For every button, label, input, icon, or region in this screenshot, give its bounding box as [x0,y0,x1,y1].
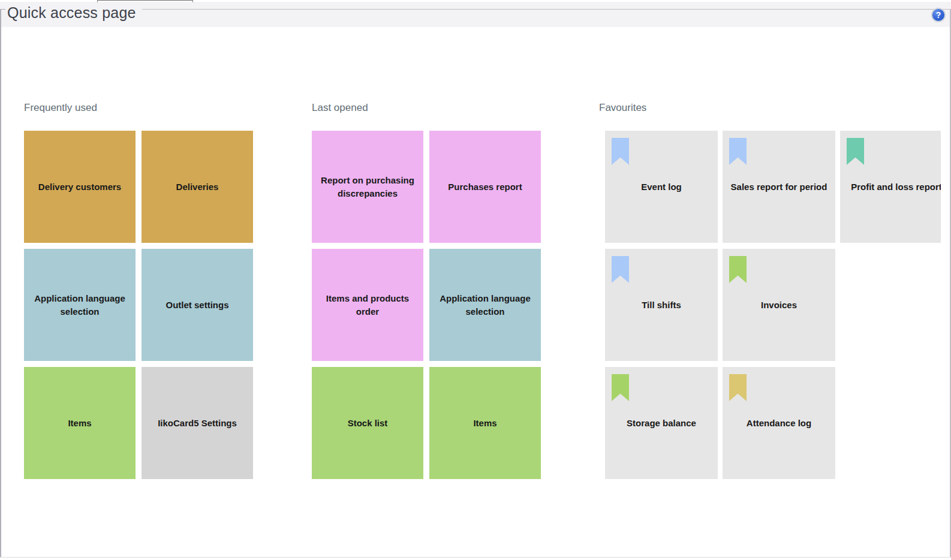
tile-items-and-products-order[interactable]: Items and products order [312,249,423,361]
tile-label: Storage balance [627,417,696,430]
tile-application-language-selection[interactable]: Application language selection [24,249,136,361]
tile-row: Application language selection Outlet se… [24,249,253,361]
tile-items[interactable]: Items [24,367,136,479]
tile-label: IikoCard5 Settings [158,417,237,430]
tile-invoices[interactable]: Invoices [723,249,835,361]
tile-label: Purchases report [448,180,522,194]
tile-stock-list[interactable]: Stock list [312,367,423,479]
tile-iikocard5-settings[interactable]: IikoCard5 Settings [142,367,253,479]
bookmark-icon [612,138,629,165]
groupbox-border [0,9,1,557]
tile-row: Items and products order Application lan… [312,249,541,361]
tile-label: Profit and loss report [851,180,941,194]
tile-deliveries[interactable]: Deliveries [142,131,253,243]
tile-label: Delivery customers [38,180,121,194]
tile-attendance-log[interactable]: Attendance log [723,367,835,479]
tile-label: Report on purchasing discrepancies [320,174,415,200]
last-opened-grid: Report on purchasing discrepancies Purch… [312,131,541,485]
section-header-favourites: Favourites [599,102,646,114]
tile-report-on-purchasing-discrepancies[interactable]: Report on purchasing discrepancies [312,131,423,243]
groupbox-border [0,557,951,558]
tile-label: Sales report for period [731,180,827,194]
tile-application-language-selection[interactable]: Application language selection [429,249,541,361]
page-title: Quick access page [7,4,136,22]
tile-label: Items [68,417,91,430]
tile-label: Outlet settings [165,299,228,312]
section-header-last-opened: Last opened [312,102,368,114]
tile-items[interactable]: Items [429,367,541,479]
bookmark-icon [847,138,864,165]
section-header-frequently-used: Frequently used [24,102,97,114]
tile-label: Items and products order [320,292,415,318]
groupbox-border [142,9,950,10]
tile-label: Attendance log [747,417,811,430]
tile-row: Stock list Items [312,367,541,479]
tile-label: Application language selection [438,292,532,318]
tile-outlet-settings[interactable]: Outlet settings [142,249,253,361]
tile-profit-and-loss-report[interactable]: Profit and loss report [840,131,941,243]
tile-delivery-customers[interactable]: Delivery customers [24,131,136,243]
tile-purchases-report[interactable]: Purchases report [429,131,541,243]
tile-label: Items [473,417,496,430]
tile-sales-report-for-period[interactable]: Sales report for period [723,131,835,243]
tile-label: Till shifts [642,299,681,312]
help-icon[interactable]: ? [931,8,946,22]
tile-row: Event log Sales report for period Profit… [605,131,941,243]
bookmark-icon [729,256,747,283]
tile-storage-balance[interactable]: Storage balance [605,367,718,479]
tile-label: Deliveries [176,180,219,194]
tile-row: Storage balance Attendance log [605,367,941,479]
tile-label: Stock list [348,417,388,430]
tile-row: Till shifts Invoices [605,249,941,361]
tile-event-log[interactable]: Event log [605,131,718,243]
bookmark-icon [612,374,629,401]
bookmark-icon [729,374,747,401]
groupbox-header-strip [0,2,951,27]
tile-row: Report on purchasing discrepancies Purch… [312,131,541,243]
tile-row: Items IikoCard5 Settings [24,367,253,479]
tab-edge-line [97,0,193,2]
tile-label: Invoices [761,299,797,312]
tile-till-shifts[interactable]: Till shifts [605,249,718,361]
favourites-grid: Event log Sales report for period Profit… [605,131,941,485]
bookmark-icon [612,256,629,283]
tile-label: Event log [641,180,682,194]
frequently-used-grid: Delivery customers Deliveries Applicatio… [24,131,253,485]
bookmark-icon [729,138,747,165]
tile-label: Application language selection [32,292,127,318]
tile-row: Delivery customers Deliveries [24,131,253,243]
